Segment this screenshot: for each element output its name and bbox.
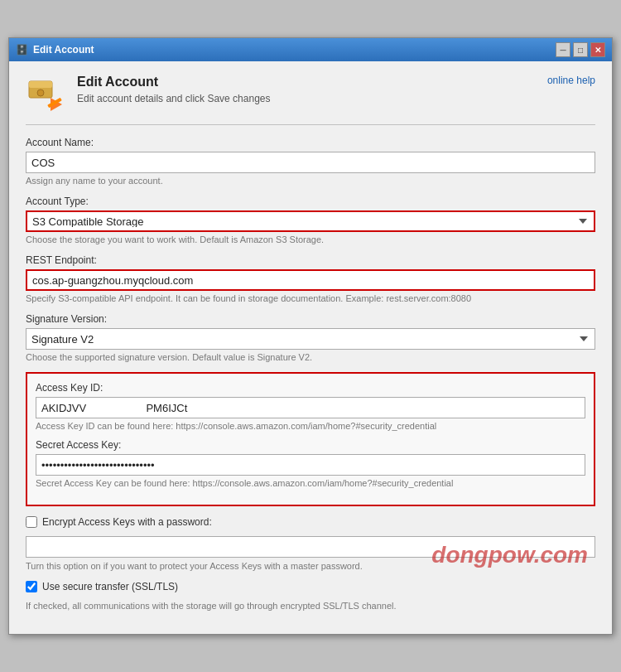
svg-rect-1 <box>29 81 52 88</box>
rest-endpoint-label: REST Endpoint: <box>26 254 595 266</box>
header-title: Edit Account <box>77 75 270 89</box>
svg-point-2 <box>37 89 44 96</box>
account-name-section: Account Name: Assign any name to your ac… <box>26 137 595 186</box>
account-name-hint: Assign any name to your account. <box>26 176 595 186</box>
secure-transfer-label[interactable]: Use secure transfer (SSL/TLS) <box>42 581 178 592</box>
secret-access-key-hint: Secret Access Key can be found here: htt… <box>36 478 585 488</box>
online-help-link[interactable]: online help <box>547 75 595 86</box>
rest-endpoint-input[interactable] <box>26 269 595 291</box>
edit-account-window: 🗄️ Edit Account ─ □ ✕ <box>8 37 613 635</box>
account-type-label: Account Type: <box>26 196 595 207</box>
encrypt-section: Encrypt Access Keys with a password: Tur… <box>26 516 595 571</box>
header-subtitle: Edit account details and click Save chan… <box>77 93 270 104</box>
header-divider <box>26 124 595 125</box>
rest-endpoint-section: REST Endpoint: Specify S3-compatible API… <box>26 254 595 303</box>
header-section: Edit Account Edit account details and cl… <box>26 75 595 114</box>
secure-transfer-checkbox-row: Use secure transfer (SSL/TLS) <box>26 581 595 592</box>
access-key-section: Access Key ID: Access Key ID can be foun… <box>26 372 595 506</box>
account-name-input[interactable] <box>26 152 595 173</box>
account-name-label: Account Name: <box>26 137 595 148</box>
content-area: Edit Account Edit account details and cl… <box>9 61 612 634</box>
edit-account-icon <box>26 75 65 114</box>
title-bar: 🗄️ Edit Account ─ □ ✕ <box>9 38 612 61</box>
header-left: Edit Account Edit account details and cl… <box>26 75 270 114</box>
secret-access-key-label: Secret Access Key: <box>36 439 585 451</box>
access-key-id-hint: Access Key ID can be found here: https:/… <box>36 421 585 431</box>
account-type-select[interactable]: S3 Compatible Storage Amazon S3 Storage … <box>26 210 595 232</box>
encrypt-checkbox[interactable] <box>26 516 37 528</box>
title-bar-icon: 🗄️ <box>16 44 28 56</box>
access-key-id-subsection: Access Key ID: Access Key ID can be foun… <box>36 382 585 431</box>
header-text: Edit Account Edit account details and cl… <box>77 75 270 104</box>
secure-transfer-hint: If checked, all communications with the … <box>26 601 595 611</box>
access-key-id-label: Access Key ID: <box>36 382 585 394</box>
encrypt-label[interactable]: Encrypt Access Keys with a password: <box>42 516 212 528</box>
signature-version-label: Signature Version: <box>26 313 595 325</box>
signature-version-section: Signature Version: Signature V2 Signatur… <box>26 313 595 362</box>
secure-transfer-section: Use secure transfer (SSL/TLS) If checked… <box>26 581 595 611</box>
account-type-hint: Choose the storage you want to work with… <box>26 234 595 244</box>
title-bar-controls: ─ □ ✕ <box>556 42 605 57</box>
close-button[interactable]: ✕ <box>590 42 605 57</box>
access-key-id-input[interactable] <box>36 397 585 418</box>
signature-version-hint: Choose the supported signature version. … <box>26 352 595 362</box>
encrypt-checkbox-row: Encrypt Access Keys with a password: <box>26 516 595 528</box>
rest-endpoint-hint: Specify S3-compatible API endpoint. It c… <box>26 293 595 303</box>
secure-transfer-checkbox[interactable] <box>26 581 37 592</box>
encrypt-input-wrapper <box>26 536 595 558</box>
encrypt-hint: Turn this option on if you want to prote… <box>26 561 595 571</box>
secret-access-key-input[interactable] <box>36 454 585 476</box>
signature-version-select[interactable]: Signature V2 Signature V4 <box>26 328 595 350</box>
encrypt-password-input[interactable] <box>26 536 595 558</box>
account-type-section: Account Type: S3 Compatible Storage Amaz… <box>26 196 595 244</box>
maximize-button[interactable]: □ <box>573 42 588 57</box>
secret-access-key-subsection: Secret Access Key: Secret Access Key can… <box>36 439 585 488</box>
minimize-button[interactable]: ─ <box>556 42 570 57</box>
title-bar-title: Edit Account <box>33 44 94 56</box>
